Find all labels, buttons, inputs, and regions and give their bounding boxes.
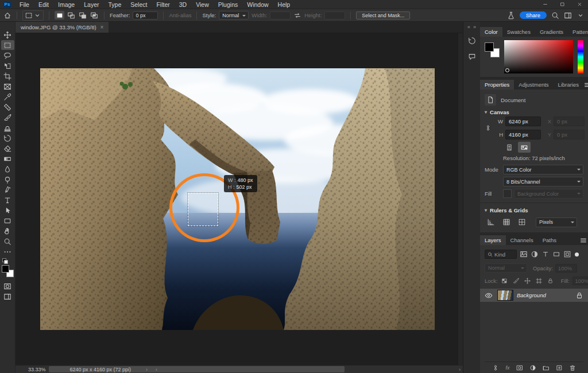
- menu-file[interactable]: File: [15, 0, 34, 9]
- tool-gradient[interactable]: [1, 154, 14, 164]
- tab-libraries[interactable]: Libraries: [554, 80, 583, 90]
- layer-thumbnail[interactable]: [497, 290, 513, 301]
- tool-dodge[interactable]: [1, 174, 14, 184]
- collapse-panels-icon[interactable]: « »: [467, 24, 476, 30]
- select-and-mask-button[interactable]: Select and Mask...: [356, 11, 410, 20]
- new-selection-icon[interactable]: [55, 11, 64, 20]
- scroll-right-icon[interactable]: ›: [459, 367, 461, 372]
- menu-type[interactable]: Type: [103, 0, 126, 9]
- hue-slider[interactable]: [578, 40, 583, 73]
- add-to-selection-icon[interactable]: [66, 11, 76, 20]
- tool-clone-stamp[interactable]: [1, 123, 14, 133]
- status-prev-icon[interactable]: ‹: [156, 367, 157, 372]
- feather-input[interactable]: 0 px: [133, 11, 158, 20]
- lock-move-icon[interactable]: [524, 277, 532, 285]
- pixelgrid-icon[interactable]: [516, 216, 528, 228]
- quick-mask-button[interactable]: [1, 281, 14, 291]
- tool-eraser[interactable]: [1, 143, 14, 153]
- filter-adjust-icon[interactable]: [529, 250, 539, 259]
- ruler-icon[interactable]: [485, 216, 497, 228]
- style-select[interactable]: Normal: [219, 11, 249, 20]
- filter-image-icon[interactable]: [519, 250, 528, 259]
- filter-smart-icon[interactable]: [562, 250, 572, 259]
- menu-select[interactable]: Select: [126, 0, 152, 9]
- lock-checker-icon[interactable]: [501, 277, 509, 285]
- tab-swatches[interactable]: Swatches: [502, 27, 535, 37]
- history-panel-icon[interactable]: [466, 36, 478, 46]
- minimize-button[interactable]: [536, 0, 554, 9]
- tool-hand[interactable]: [1, 226, 14, 236]
- canvas-section-header[interactable]: ▾ Canvas: [485, 109, 583, 115]
- width-input[interactable]: [270, 11, 291, 20]
- current-tool-preset[interactable]: [22, 10, 44, 21]
- layer-visibility-eye-icon[interactable]: [483, 292, 494, 300]
- fill-checkbox[interactable]: [503, 189, 512, 198]
- tool-object-selection[interactable]: [1, 61, 14, 71]
- status-next-icon[interactable]: ›: [146, 367, 148, 372]
- tool-frame[interactable]: [1, 81, 14, 91]
- portrait-orientation-button[interactable]: [503, 142, 516, 153]
- layer-row-background[interactable]: Background: [480, 289, 588, 302]
- height-input[interactable]: [324, 11, 345, 20]
- tab-color[interactable]: Color: [480, 27, 502, 37]
- intersect-selection-icon[interactable]: [89, 11, 99, 20]
- tool-move[interactable]: [1, 30, 14, 40]
- menu-help[interactable]: Help: [273, 0, 295, 9]
- home-icon[interactable]: [3, 11, 11, 20]
- workspace-switcher-icon[interactable]: [564, 11, 572, 20]
- tool-rectangle-shape[interactable]: [1, 216, 14, 226]
- tab-patterns[interactable]: Patterns: [568, 27, 588, 37]
- menu-edit[interactable]: Edit: [34, 0, 53, 9]
- filter-type-icon[interactable]: [540, 250, 550, 259]
- tool-eyedropper[interactable]: [1, 92, 14, 102]
- menu-filter[interactable]: Filter: [152, 0, 174, 9]
- foreground-color-swatch[interactable]: [485, 42, 494, 52]
- menu-view[interactable]: View: [191, 0, 214, 9]
- layer-filter-select[interactable]: Kind: [485, 250, 517, 259]
- filter-shape-icon[interactable]: [551, 250, 561, 259]
- landscape-orientation-button[interactable]: [518, 142, 531, 153]
- lock-artboard-icon[interactable]: [535, 277, 543, 285]
- lock-brush-icon[interactable]: [512, 277, 520, 285]
- footer-folder-icon[interactable]: [543, 364, 550, 371]
- tool-spot-healing-brush[interactable]: [1, 102, 14, 112]
- canvas-height-input[interactable]: 4160 px: [505, 130, 541, 139]
- tab-layers[interactable]: Layers: [480, 235, 506, 245]
- tool-rectangular-marquee[interactable]: [1, 40, 14, 50]
- tool-pen[interactable]: [1, 185, 14, 195]
- foreground-color-swatch[interactable]: [2, 265, 9, 273]
- tool-zoom[interactable]: [1, 236, 14, 246]
- footer-filter-adjust-icon[interactable]: [529, 364, 536, 371]
- footer-trash-icon[interactable]: [569, 364, 576, 371]
- panel-menu-icon[interactable]: [579, 236, 588, 244]
- menu-3d[interactable]: 3D: [175, 0, 191, 9]
- color-cursor[interactable]: [505, 68, 509, 72]
- footer-chain-icon[interactable]: [492, 364, 499, 371]
- tool-path-selection[interactable]: [1, 205, 14, 215]
- swap-colors-icon[interactable]: [4, 260, 8, 264]
- document-tab[interactable]: window.JPG @ 33.3% (RGB/8) ×: [16, 22, 109, 33]
- menu-plugins[interactable]: Plugins: [214, 0, 242, 9]
- pasteboard[interactable]: W :480 px H :502 px: [16, 33, 463, 365]
- lock-padlock-icon[interactable]: [547, 277, 555, 285]
- tab-adjustments[interactable]: Adjustments: [514, 80, 553, 90]
- tab-paths[interactable]: Paths: [538, 235, 561, 245]
- swap-dimensions-icon[interactable]: [293, 11, 301, 20]
- tab-properties[interactable]: Properties: [480, 80, 514, 90]
- tab-channels[interactable]: Channels: [506, 235, 538, 245]
- layer-lock-icon[interactable]: [575, 292, 583, 300]
- units-select[interactable]: Pixels: [536, 217, 577, 227]
- tab-close-icon[interactable]: ×: [100, 24, 104, 30]
- color-mode-select[interactable]: RGB Color: [503, 165, 583, 174]
- screen-mode-button[interactable]: [1, 292, 14, 301]
- footer-fx-icon[interactable]: fx: [505, 365, 509, 371]
- subtract-from-selection-icon[interactable]: [78, 11, 87, 20]
- rulers-grids-section-header[interactable]: ▾ Rulers & Grids: [485, 207, 583, 213]
- footer-mask-icon[interactable]: [516, 364, 523, 371]
- filter-toggle[interactable]: [575, 252, 579, 257]
- beaker-icon[interactable]: [507, 11, 515, 20]
- vertical-scrollbar[interactable]: [458, 33, 463, 365]
- tab-gradients[interactable]: Gradients: [535, 27, 568, 37]
- tool-crop[interactable]: [1, 71, 14, 81]
- bit-depth-select[interactable]: 8 Bits/Channel: [503, 177, 583, 187]
